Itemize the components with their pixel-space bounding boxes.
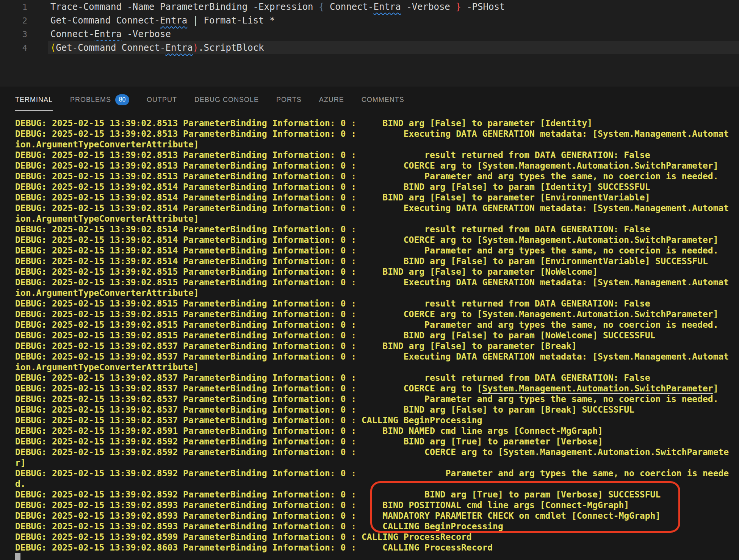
- terminal-line: DEBUG: 2025-02-15 13:39:02.8513 Paramete…: [15, 128, 739, 139]
- tab-label: PROBLEMS: [70, 96, 111, 104]
- terminal-line: DEBUG: 2025-02-15 13:39:02.8514 Paramete…: [15, 224, 739, 235]
- panel-tab-bar: TERMINALPROBLEMS80OUTPUTDEBUG CONSOLEPOR…: [0, 86, 739, 113]
- line-number: 2: [0, 14, 27, 28]
- squiggle-underline-text: Entra: [165, 42, 193, 53]
- squiggle-underline-text: Entra: [160, 15, 187, 26]
- terminal-line: DEBUG: 2025-02-15 13:39:02.8603 Paramete…: [15, 542, 739, 553]
- terminal-line: DEBUG: 2025-02-15 13:39:02.8592 Paramete…: [15, 436, 739, 447]
- code-text: Get-Command Connect-Entra | Format-List …: [50, 15, 275, 26]
- terminal-cursor: [15, 553, 20, 560]
- terminal-line: DEBUG: 2025-02-15 13:39:02.8515 Paramete…: [15, 266, 739, 277]
- tab-label: TERMINAL: [15, 96, 53, 104]
- terminal-line: r]: [15, 457, 739, 468]
- editor-line: 4(Get-Command Connect-Entra).ScriptBlock: [0, 41, 739, 55]
- terminal-line: DEBUG: 2025-02-15 13:39:02.8513 Paramete…: [15, 118, 739, 128]
- problems-count-badge: 80: [115, 94, 129, 105]
- tab-azure[interactable]: AZURE: [319, 86, 344, 113]
- terminal-line: DEBUG: 2025-02-15 13:39:02.8592 Paramete…: [15, 468, 739, 479]
- tab-terminal[interactable]: TERMINAL: [15, 86, 53, 113]
- terminal-line: d.: [15, 479, 739, 489]
- terminal-line: DEBUG: 2025-02-15 13:39:02.8515 Paramete…: [15, 319, 739, 330]
- line-number: 3: [0, 28, 27, 41]
- code-text: Connect-Entra -Verbose: [50, 29, 171, 39]
- editor-line: 2Get-Command Connect-Entra | Format-List…: [0, 14, 739, 27]
- terminal-line: DEBUG: 2025-02-15 13:39:02.8537 Paramete…: [15, 404, 739, 415]
- terminal-line: ion.ArgumentTypeConverterAttribute]: [15, 288, 739, 298]
- tab-label: DEBUG CONSOLE: [194, 96, 259, 104]
- terminal-line: DEBUG: 2025-02-15 13:39:02.8515 Paramete…: [15, 309, 739, 319]
- code-text: Trace-Command -Name ParameterBinding -Ex…: [50, 2, 505, 12]
- terminal-line: DEBUG: 2025-02-15 13:39:02.8514 Paramete…: [15, 181, 739, 192]
- line-number: 4: [0, 41, 27, 55]
- terminal-line: ion.ArgumentTypeConverterAttribute]: [15, 362, 739, 372]
- editor-pane[interactable]: 1Trace-Command -Name ParameterBinding -E…: [0, 0, 739, 86]
- tab-output[interactable]: OUTPUT: [147, 86, 177, 113]
- terminal-line: DEBUG: 2025-02-15 13:39:02.8592 Paramete…: [15, 447, 739, 457]
- terminal-line: DEBUG: 2025-02-15 13:39:02.8537 Paramete…: [15, 372, 739, 383]
- terminal-line: DEBUG: 2025-02-15 13:39:02.8514 Paramete…: [15, 235, 739, 245]
- terminal-line: DEBUG: 2025-02-15 13:39:02.8513 Paramete…: [15, 160, 739, 171]
- terminal-line: DEBUG: 2025-02-15 13:39:02.8537 Paramete…: [15, 383, 739, 394]
- terminal-line: DEBUG: 2025-02-15 13:39:02.8537 Paramete…: [15, 415, 739, 425]
- editor-line: 1Trace-Command -Name ParameterBinding -E…: [0, 0, 739, 14]
- terminal-line: DEBUG: 2025-02-15 13:39:02.8593 Paramete…: [15, 521, 739, 532]
- tab-ports[interactable]: PORTS: [276, 86, 302, 113]
- terminal-line: DEBUG: 2025-02-15 13:39:02.8514 Paramete…: [15, 245, 739, 256]
- squiggle-underline-text: Entra: [94, 29, 122, 39]
- terminal-line: DEBUG: 2025-02-15 13:39:02.8537 Paramete…: [15, 394, 739, 404]
- bottom-panel: TERMINALPROBLEMS80OUTPUTDEBUG CONSOLEPOR…: [0, 86, 739, 560]
- terminal-line: ion.ArgumentTypeConverterAttribute]: [15, 139, 739, 150]
- terminal-line: DEBUG: 2025-02-15 13:39:02.8515 Paramete…: [15, 330, 739, 341]
- terminal-line: DEBUG: 2025-02-15 13:39:02.8515 Paramete…: [15, 277, 739, 288]
- tab-comments[interactable]: COMMENTS: [362, 86, 404, 113]
- tab-label: PORTS: [276, 96, 302, 104]
- terminal-line: ion.ArgumentTypeConverterAttribute]: [15, 213, 739, 224]
- terminal-line: DEBUG: 2025-02-15 13:39:02.8514 Paramete…: [15, 256, 739, 266]
- terminal-line: DEBUG: 2025-02-15 13:39:02.8514 Paramete…: [15, 203, 739, 213]
- tab-label: OUTPUT: [147, 96, 177, 104]
- tab-label: COMMENTS: [362, 96, 404, 104]
- squiggle-underline-text: Entra: [374, 2, 401, 12]
- terminal-line: DEBUG: 2025-02-15 13:39:02.8513 Paramete…: [15, 171, 739, 181]
- code-text: (Get-Command Connect-Entra).ScriptBlock: [50, 42, 264, 53]
- vscode-window: 1Trace-Command -Name ParameterBinding -E…: [0, 0, 739, 560]
- line-number: 1: [0, 0, 27, 14]
- terminal-line: DEBUG: 2025-02-15 13:39:02.8591 Paramete…: [15, 425, 739, 436]
- tab-debug-console[interactable]: DEBUG CONSOLE: [194, 86, 259, 113]
- terminal-line: DEBUG: 2025-02-15 13:39:02.8593 Paramete…: [15, 500, 739, 510]
- terminal-line: DEBUG: 2025-02-15 13:39:02.8592 Paramete…: [15, 489, 739, 500]
- tab-problems[interactable]: PROBLEMS80: [70, 86, 129, 113]
- terminal-line: DEBUG: 2025-02-15 13:39:02.8537 Paramete…: [15, 341, 739, 351]
- terminal-line: DEBUG: 2025-02-15 13:39:02.8593 Paramete…: [15, 510, 739, 521]
- tab-label: AZURE: [319, 96, 344, 104]
- terminal-line: DEBUG: 2025-02-15 13:39:02.8599 Paramete…: [15, 532, 739, 542]
- terminal-line: DEBUG: 2025-02-15 13:39:02.8537 Paramete…: [15, 351, 739, 362]
- terminal-link[interactable]: System.Management.Automation.SwitchParam…: [482, 383, 713, 394]
- terminal-line: DEBUG: 2025-02-15 13:39:02.8514 Paramete…: [15, 192, 739, 203]
- terminal-line: DEBUG: 2025-02-15 13:39:02.8513 Paramete…: [15, 150, 739, 160]
- terminal-output[interactable]: DEBUG: 2025-02-15 13:39:02.8513 Paramete…: [0, 118, 739, 560]
- editor-line: 3Connect-Entra -Verbose: [0, 27, 739, 41]
- terminal-line: DEBUG: 2025-02-15 13:39:02.8515 Paramete…: [15, 298, 739, 309]
